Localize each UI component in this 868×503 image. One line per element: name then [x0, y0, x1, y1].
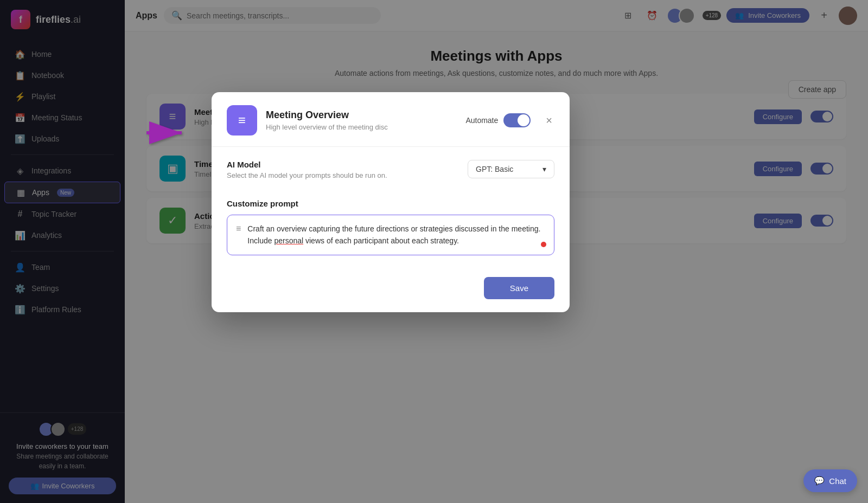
ai-model-select[interactable]: GPT: Basic ▾	[468, 160, 554, 178]
modal-app-icon: ≡	[227, 105, 257, 136]
prompt-section-title: Customize prompt	[227, 199, 554, 208]
ai-model-text: AI Model Select the AI model your prompt…	[227, 160, 387, 186]
chat-icon: 💬	[814, 476, 825, 486]
prompt-section: Customize prompt ≡ Craft an overview cap…	[227, 199, 554, 255]
modal: ≡ Meeting Overview High level overview o…	[212, 92, 570, 312]
chevron-down-icon: ▾	[542, 165, 546, 173]
modal-app-icon-glyph: ≡	[238, 113, 246, 128]
modal-header: ≡ Meeting Overview High level overview o…	[212, 92, 570, 147]
automate-label: Automate	[465, 116, 498, 125]
ai-model-subtitle: Select the AI model your prompts should …	[227, 171, 387, 179]
arrow-pointer	[141, 119, 190, 153]
chat-button[interactable]: 💬 Chat	[803, 469, 857, 492]
modal-app-info: Meeting Overview High level overview of …	[266, 109, 457, 131]
modal-overlay: ≡ Meeting Overview High level overview o…	[0, 0, 868, 503]
ai-model-title: AI Model	[227, 160, 387, 169]
ai-model-selected: GPT: Basic	[476, 165, 513, 173]
save-button[interactable]: Save	[484, 277, 554, 299]
prompt-text[interactable]: Craft an overview capturing the future d…	[247, 223, 545, 247]
modal-close-button[interactable]: ×	[544, 112, 554, 129]
underlined-word: personal	[274, 236, 303, 245]
modal-body: AI Model Select the AI model your prompt…	[212, 147, 570, 268]
text-align-icon: ≡	[236, 224, 241, 247]
ai-model-section: AI Model Select the AI model your prompt…	[227, 160, 554, 186]
modal-app-name: Meeting Overview	[266, 109, 457, 121]
modal-app-desc: High level overview of the meeting disc	[266, 123, 457, 131]
chat-label: Chat	[829, 476, 846, 486]
red-dot-indicator	[541, 242, 546, 247]
automate-toggle[interactable]	[503, 113, 531, 127]
modal-automate: Automate	[465, 113, 531, 127]
modal-footer: Save	[212, 268, 570, 312]
prompt-box: ≡ Craft an overview capturing the future…	[227, 215, 554, 255]
